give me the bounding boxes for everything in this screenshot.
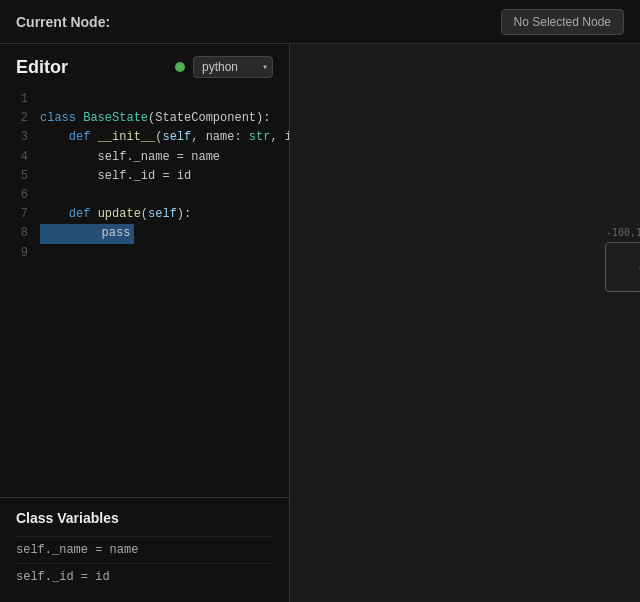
node-drag-me[interactable]: -100,100 drag me!: [605, 242, 640, 292]
language-selector[interactable]: python javascript typescript: [193, 56, 273, 78]
top-bar: Current Node: No Selected Node: [0, 0, 640, 44]
editor-header: Editor python javascript typescript: [0, 44, 289, 86]
code-editor[interactable]: 1 2 class BaseState(StateComponent): 3 d…: [0, 86, 289, 497]
editor-title: Editor: [16, 57, 68, 78]
editor-controls: python javascript typescript: [175, 56, 273, 78]
left-panel: Editor python javascript typescript 1 2: [0, 44, 290, 602]
class-var-1: self._name = name: [16, 536, 273, 563]
current-node-label: Current Node:: [16, 14, 110, 30]
code-line-2: 2 class BaseState(StateComponent):: [0, 109, 289, 128]
language-selector-wrap: python javascript typescript: [193, 56, 273, 78]
class-variables-title: Class Variables: [16, 510, 273, 526]
code-line-7: 7 def update(self):: [0, 205, 289, 224]
code-line-9: 9: [0, 244, 289, 263]
class-variables-section: Class Variables self._name = name self._…: [0, 497, 289, 602]
code-line-4: 4 self._name = name: [0, 148, 289, 167]
no-selected-node-button[interactable]: No Selected Node: [501, 9, 624, 35]
status-indicator: [175, 62, 185, 72]
code-line-6: 6: [0, 186, 289, 205]
code-line-8: 8 pass: [0, 224, 289, 243]
class-var-2: self._id = id: [16, 563, 273, 590]
flow-edges: [290, 44, 640, 602]
main-content: Editor python javascript typescript 1 2: [0, 44, 640, 602]
code-line-3: 3 def __init__(self, name: str, id: str: [0, 128, 289, 147]
code-line-5: 5 self._id = id: [0, 167, 289, 186]
react-flow-canvas[interactable]: 0,0 wire -100,100 drag me! 100,100 your …: [290, 44, 640, 602]
code-line-1: 1: [0, 90, 289, 109]
